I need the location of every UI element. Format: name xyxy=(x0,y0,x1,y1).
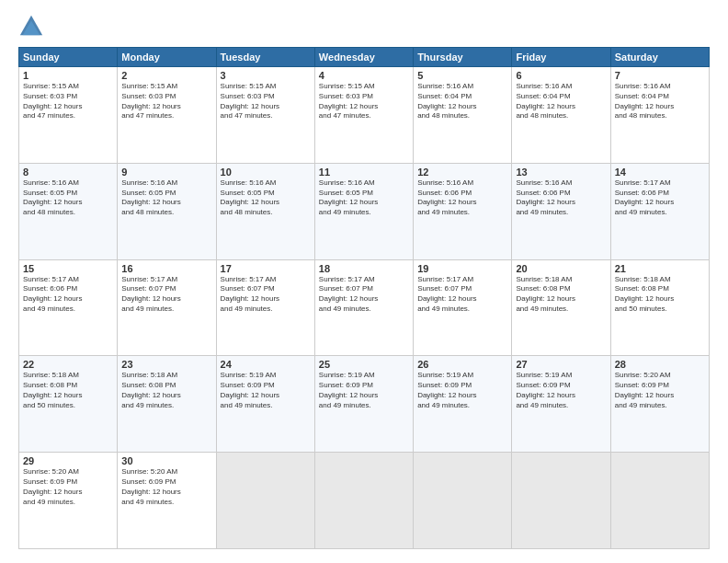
day-info: Sunrise: 5:16 AM Sunset: 6:04 PM Dayligh… xyxy=(615,82,705,121)
day-number: 23 xyxy=(121,359,211,370)
week-row-2: 8Sunrise: 5:16 AM Sunset: 6:05 PM Daylig… xyxy=(19,163,710,259)
day-number: 7 xyxy=(615,70,705,81)
day-info: Sunrise: 5:18 AM Sunset: 6:08 PM Dayligh… xyxy=(121,371,211,410)
calendar-cell: 25Sunrise: 5:19 AM Sunset: 6:09 PM Dayli… xyxy=(314,356,413,453)
calendar-cell: 2Sunrise: 5:15 AM Sunset: 6:03 PM Daylig… xyxy=(118,67,216,164)
day-info: Sunrise: 5:16 AM Sunset: 6:04 PM Dayligh… xyxy=(516,82,606,121)
day-info: Sunrise: 5:17 AM Sunset: 6:06 PM Dayligh… xyxy=(23,275,113,315)
calendar-cell: 12Sunrise: 5:16 AM Sunset: 6:06 PM Dayli… xyxy=(414,163,512,259)
calendar-cell: 19Sunrise: 5:17 AM Sunset: 6:07 PM Dayli… xyxy=(414,259,512,356)
calendar-cell: 28Sunrise: 5:20 AM Sunset: 6:09 PM Dayli… xyxy=(610,356,709,453)
day-header-friday: Friday xyxy=(512,48,610,67)
day-number: 29 xyxy=(23,455,113,466)
day-info: Sunrise: 5:15 AM Sunset: 6:03 PM Dayligh… xyxy=(23,82,113,121)
day-info: Sunrise: 5:17 AM Sunset: 6:07 PM Dayligh… xyxy=(417,275,507,315)
logo-icon xyxy=(18,14,44,40)
day-info: Sunrise: 5:15 AM Sunset: 6:03 PM Dayligh… xyxy=(319,82,409,121)
calendar-cell: 14Sunrise: 5:17 AM Sunset: 6:06 PM Dayli… xyxy=(610,163,709,259)
day-info: Sunrise: 5:17 AM Sunset: 6:07 PM Dayligh… xyxy=(221,275,311,315)
day-number: 8 xyxy=(23,167,113,178)
calendar-cell: 6Sunrise: 5:16 AM Sunset: 6:04 PM Daylig… xyxy=(512,67,610,164)
day-number: 5 xyxy=(417,70,507,81)
day-info: Sunrise: 5:18 AM Sunset: 6:08 PM Dayligh… xyxy=(516,275,606,315)
day-header-monday: Monday xyxy=(118,48,216,67)
day-info: Sunrise: 5:17 AM Sunset: 6:07 PM Dayligh… xyxy=(121,275,211,315)
day-info: Sunrise: 5:20 AM Sunset: 6:09 PM Dayligh… xyxy=(121,467,211,507)
week-row-4: 22Sunrise: 5:18 AM Sunset: 6:08 PM Dayli… xyxy=(19,356,710,453)
day-number: 24 xyxy=(221,359,311,370)
calendar-cell xyxy=(216,453,314,549)
calendar-cell xyxy=(414,453,512,549)
calendar-cell: 10Sunrise: 5:16 AM Sunset: 6:05 PM Dayli… xyxy=(216,163,314,259)
calendar-cell: 22Sunrise: 5:18 AM Sunset: 6:08 PM Dayli… xyxy=(19,356,118,453)
day-info: Sunrise: 5:18 AM Sunset: 6:08 PM Dayligh… xyxy=(615,275,705,315)
calendar-cell: 8Sunrise: 5:16 AM Sunset: 6:05 PM Daylig… xyxy=(19,163,118,259)
calendar-cell: 1Sunrise: 5:15 AM Sunset: 6:03 PM Daylig… xyxy=(19,67,118,164)
week-row-1: 1Sunrise: 5:15 AM Sunset: 6:03 PM Daylig… xyxy=(19,67,710,164)
day-number: 6 xyxy=(516,70,606,81)
calendar-cell: 7Sunrise: 5:16 AM Sunset: 6:04 PM Daylig… xyxy=(610,67,709,164)
day-info: Sunrise: 5:16 AM Sunset: 6:06 PM Dayligh… xyxy=(417,178,507,218)
calendar-cell: 20Sunrise: 5:18 AM Sunset: 6:08 PM Dayli… xyxy=(512,259,610,356)
day-info: Sunrise: 5:15 AM Sunset: 6:03 PM Dayligh… xyxy=(121,82,211,121)
calendar-cell: 24Sunrise: 5:19 AM Sunset: 6:09 PM Dayli… xyxy=(216,356,314,453)
calendar-cell: 4Sunrise: 5:15 AM Sunset: 6:03 PM Daylig… xyxy=(314,67,413,164)
day-info: Sunrise: 5:20 AM Sunset: 6:09 PM Dayligh… xyxy=(615,371,705,410)
calendar-cell: 30Sunrise: 5:20 AM Sunset: 6:09 PM Dayli… xyxy=(118,453,216,549)
day-info: Sunrise: 5:20 AM Sunset: 6:09 PM Dayligh… xyxy=(23,467,113,507)
day-number: 10 xyxy=(221,167,311,178)
page: SundayMondayTuesdayWednesdayThursdayFrid… xyxy=(0,0,728,563)
day-info: Sunrise: 5:16 AM Sunset: 6:05 PM Dayligh… xyxy=(319,178,409,218)
calendar-cell xyxy=(610,453,709,549)
day-number: 21 xyxy=(615,263,705,274)
day-info: Sunrise: 5:16 AM Sunset: 6:04 PM Dayligh… xyxy=(417,82,507,121)
day-header-sunday: Sunday xyxy=(19,48,118,67)
day-number: 17 xyxy=(221,263,311,274)
calendar-cell: 26Sunrise: 5:19 AM Sunset: 6:09 PM Dayli… xyxy=(414,356,512,453)
logo xyxy=(18,14,48,40)
day-info: Sunrise: 5:17 AM Sunset: 6:06 PM Dayligh… xyxy=(615,178,705,218)
calendar-table: SundayMondayTuesdayWednesdayThursdayFrid… xyxy=(18,47,710,549)
day-header-saturday: Saturday xyxy=(610,48,709,67)
day-number: 19 xyxy=(417,263,507,274)
day-info: Sunrise: 5:19 AM Sunset: 6:09 PM Dayligh… xyxy=(319,371,409,410)
calendar-cell: 23Sunrise: 5:18 AM Sunset: 6:08 PM Dayli… xyxy=(118,356,216,453)
day-number: 1 xyxy=(23,70,113,81)
day-number: 22 xyxy=(23,359,113,370)
day-number: 12 xyxy=(417,167,507,178)
day-number: 3 xyxy=(221,70,311,81)
day-info: Sunrise: 5:16 AM Sunset: 6:05 PM Dayligh… xyxy=(23,178,113,218)
day-info: Sunrise: 5:19 AM Sunset: 6:09 PM Dayligh… xyxy=(221,371,311,410)
calendar-cell: 9Sunrise: 5:16 AM Sunset: 6:05 PM Daylig… xyxy=(118,163,216,259)
day-number: 16 xyxy=(121,263,211,274)
day-header-tuesday: Tuesday xyxy=(216,48,314,67)
day-info: Sunrise: 5:18 AM Sunset: 6:08 PM Dayligh… xyxy=(23,371,113,410)
calendar-cell: 15Sunrise: 5:17 AM Sunset: 6:06 PM Dayli… xyxy=(19,259,118,356)
week-row-3: 15Sunrise: 5:17 AM Sunset: 6:06 PM Dayli… xyxy=(19,259,710,356)
header xyxy=(18,14,710,40)
day-number: 28 xyxy=(615,359,705,370)
day-info: Sunrise: 5:16 AM Sunset: 6:05 PM Dayligh… xyxy=(121,178,211,218)
day-number: 11 xyxy=(319,167,409,178)
day-number: 15 xyxy=(23,263,113,274)
day-number: 2 xyxy=(121,70,211,81)
day-info: Sunrise: 5:19 AM Sunset: 6:09 PM Dayligh… xyxy=(417,371,507,410)
day-header-wednesday: Wednesday xyxy=(314,48,413,67)
day-number: 26 xyxy=(417,359,507,370)
calendar-cell xyxy=(314,453,413,549)
calendar-cell: 29Sunrise: 5:20 AM Sunset: 6:09 PM Dayli… xyxy=(19,453,118,549)
day-number: 18 xyxy=(319,263,409,274)
days-header-row: SundayMondayTuesdayWednesdayThursdayFrid… xyxy=(19,48,710,67)
day-info: Sunrise: 5:15 AM Sunset: 6:03 PM Dayligh… xyxy=(221,82,311,121)
day-number: 4 xyxy=(319,70,409,81)
calendar-cell xyxy=(512,453,610,549)
day-info: Sunrise: 5:16 AM Sunset: 6:05 PM Dayligh… xyxy=(221,178,311,218)
day-number: 27 xyxy=(516,359,606,370)
day-number: 13 xyxy=(516,167,606,178)
calendar-cell: 13Sunrise: 5:16 AM Sunset: 6:06 PM Dayli… xyxy=(512,163,610,259)
day-number: 20 xyxy=(516,263,606,274)
day-number: 9 xyxy=(121,167,211,178)
day-number: 25 xyxy=(319,359,409,370)
day-header-thursday: Thursday xyxy=(414,48,512,67)
calendar-cell: 11Sunrise: 5:16 AM Sunset: 6:05 PM Dayli… xyxy=(314,163,413,259)
